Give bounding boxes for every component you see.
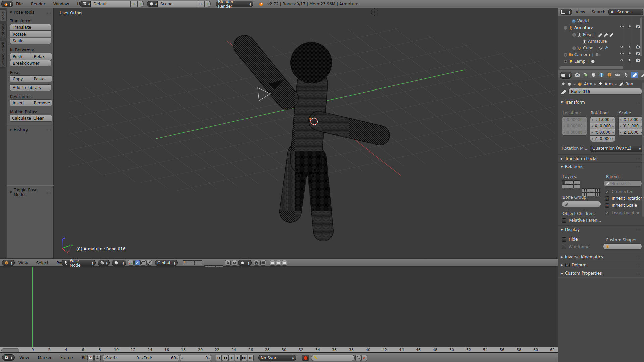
render-still-button[interactable] xyxy=(254,260,259,266)
rotation-y-field[interactable]: ◂Y: 0.000▸ xyxy=(590,129,615,135)
custom-shape-field[interactable] xyxy=(603,243,642,250)
bone-name-field[interactable]: Bone.016 xyxy=(568,88,642,95)
render-animation-button[interactable] xyxy=(260,260,266,266)
outliner-hscrollbar[interactable] xyxy=(559,66,623,69)
scene-name-field[interactable]: Scene xyxy=(158,1,198,7)
transport-button[interactable]: ▶▶ xyxy=(241,355,247,361)
tab-bone-constraints-icon[interactable] xyxy=(641,72,644,77)
scale-manipulator-button[interactable] xyxy=(146,260,152,266)
current-frame-field[interactable]: ◂ 0 ▸ xyxy=(180,355,211,361)
panel-grip-icon[interactable]: :::: xyxy=(636,255,642,259)
connected-checkbox-row[interactable]: ✓ Connected xyxy=(605,189,634,194)
outliner-item-world[interactable]: World xyxy=(558,18,644,24)
breadcrumb-data[interactable]: Arm xyxy=(605,82,613,86)
rotation-x-field[interactable]: ◂X: 0.000▸ xyxy=(590,123,615,129)
shading-dropdown[interactable]: ▲▼ xyxy=(98,260,110,266)
properties-vscrollbar[interactable] xyxy=(642,82,644,217)
expand-plus-icon[interactable]: + xyxy=(564,60,567,63)
panel-grip-icon[interactable]: :::: xyxy=(46,11,51,14)
paste-pose-button[interactable]: Paste xyxy=(31,76,52,82)
cursor-select-icon[interactable] xyxy=(628,58,632,62)
scale-button[interactable]: Scale xyxy=(10,38,51,44)
push-button[interactable]: Push xyxy=(10,53,31,60)
toggle-pose-mode-panel-header[interactable]: ▼ Toggle Pose Mode :::: xyxy=(10,188,51,197)
copy-pose-icon-button[interactable] xyxy=(270,260,275,266)
decrement-arrow-icon[interactable]: ◂ xyxy=(104,356,106,360)
scale-y-field[interactable]: ◂Y: 1.000▸ xyxy=(619,123,643,129)
inherit-scale-row[interactable]: ✓ Inherit Scale xyxy=(605,203,637,208)
pivot-dropdown[interactable]: ▲▼ xyxy=(112,260,126,266)
hide-checkbox[interactable]: ✓ xyxy=(562,237,566,242)
menu-item[interactable]: Render xyxy=(31,2,45,6)
lock-to-scene-button[interactable] xyxy=(225,260,231,266)
menu-item[interactable]: Marker xyxy=(38,355,51,360)
tab-world-icon[interactable] xyxy=(599,72,604,77)
local-location-checkbox[interactable]: ✓ xyxy=(605,211,609,215)
panel-grip-icon[interactable]: :::: xyxy=(636,165,642,169)
hide-row[interactable]: ✓ Hide xyxy=(562,237,578,242)
render-restrict-icon[interactable] xyxy=(636,51,640,56)
menu-item[interactable]: Select xyxy=(36,261,48,265)
tab-tools[interactable]: Tools xyxy=(0,10,7,21)
transport-button[interactable]: ◀ xyxy=(228,355,234,361)
panel-grip-icon[interactable]: :::: xyxy=(636,228,642,232)
rotation-mode-dropdown[interactable]: Quaternion (WXYZ) ▲▼ xyxy=(590,145,643,152)
panel-grip-icon[interactable]: :::: xyxy=(636,101,642,104)
panel-grip-icon[interactable]: :::: xyxy=(46,191,51,194)
start-frame-field[interactable]: ◂ Start: 0 ▸ xyxy=(103,355,142,361)
eye-icon[interactable] xyxy=(620,51,624,56)
deform-panel-header[interactable]: ▶ ✓ Deform :::: xyxy=(561,263,642,267)
panel-grip-icon[interactable]: :::: xyxy=(636,263,642,267)
render-restrict-icon[interactable] xyxy=(636,58,640,62)
armature-layers-grid-1[interactable] xyxy=(183,260,202,265)
outliner-item-pose[interactable]: + Pose| xyxy=(558,31,644,38)
bone-layers-grid-1[interactable] xyxy=(562,180,580,188)
timeline-hscrollbar[interactable] xyxy=(1,348,19,352)
eye-icon[interactable] xyxy=(620,45,624,49)
remove-keyframe-button[interactable]: Remove xyxy=(31,100,52,106)
menu-item[interactable]: File xyxy=(16,2,23,6)
eye-icon[interactable] xyxy=(620,24,624,29)
keying-set-field[interactable] xyxy=(311,355,355,361)
playhead-line[interactable] xyxy=(32,267,33,347)
rotation-w-field[interactable]: ◂: 1.000▸ xyxy=(590,117,615,123)
sync-dropdown[interactable]: No Sync ▲▼ xyxy=(258,355,296,361)
outliner-tree[interactable]: World − Armature + Pose| Armature + xyxy=(558,16,644,70)
inverse-kinematics-panel-header[interactable]: ▶ Inverse Kinematics :::: xyxy=(561,255,642,259)
outliner-item-armature-data[interactable]: Armature xyxy=(558,38,644,45)
eye-icon[interactable] xyxy=(620,58,624,62)
transport-button[interactable]: ▶ xyxy=(235,355,241,361)
outliner-display-mode-dropdown[interactable]: All Scenes xyxy=(608,9,643,15)
tab-constraints-icon[interactable] xyxy=(615,72,620,77)
custom-properties-panel-header[interactable]: ▶ Custom Properties :::: xyxy=(561,271,642,276)
pin-icon[interactable] xyxy=(561,82,565,86)
outliner-view-menu[interactable]: View xyxy=(576,10,585,14)
tab-options[interactable]: Options xyxy=(0,24,7,38)
snap-toggle-button[interactable] xyxy=(232,260,237,266)
history-panel-header[interactable]: ▶ History :::: xyxy=(10,127,51,132)
connected-checkbox[interactable]: ✓ xyxy=(605,190,609,194)
inherit-scale-checkbox[interactable]: ✓ xyxy=(605,203,609,208)
inherit-rotation-row[interactable]: ✓ Inherit Rotation xyxy=(605,196,643,201)
transport-button[interactable]: |◀ xyxy=(216,355,222,361)
insert-keyframe-button[interactable]: Insert xyxy=(10,100,31,106)
scale-z-field[interactable]: ◂Z:1.000▸ xyxy=(619,129,643,135)
menu-item[interactable]: Window xyxy=(53,2,69,6)
tab-render-layers-icon[interactable] xyxy=(583,72,588,77)
preview-range-button[interactable] xyxy=(87,355,94,361)
panel-grip-icon[interactable]: :::: xyxy=(46,128,51,132)
delete-keyframe-icon-button[interactable]: × xyxy=(361,355,367,361)
manipulator-toggle-button[interactable] xyxy=(128,260,134,266)
outliner-editor-type-button[interactable]: ▲▼ xyxy=(560,9,572,15)
increment-arrow-icon[interactable]: ▸ xyxy=(208,356,210,360)
record-button[interactable] xyxy=(302,355,309,361)
pose-tools-panel-header[interactable]: ▼ Pose Tools :::: xyxy=(10,10,51,15)
decrement-arrow-icon[interactable]: ◂ xyxy=(141,356,143,360)
display-panel-header[interactable]: ▼ Display :::: xyxy=(561,227,642,232)
rotate-manipulator-button[interactable] xyxy=(140,260,146,266)
lamp-object[interactable] xyxy=(371,9,378,15)
relations-panel-header[interactable]: ▼ Relations :::: xyxy=(561,164,642,169)
location-y-field[interactable]: ◂0.00000▸ xyxy=(562,123,587,129)
expand-plus-icon[interactable]: + xyxy=(572,33,576,37)
transport-button[interactable]: ◀◀ xyxy=(222,355,228,361)
